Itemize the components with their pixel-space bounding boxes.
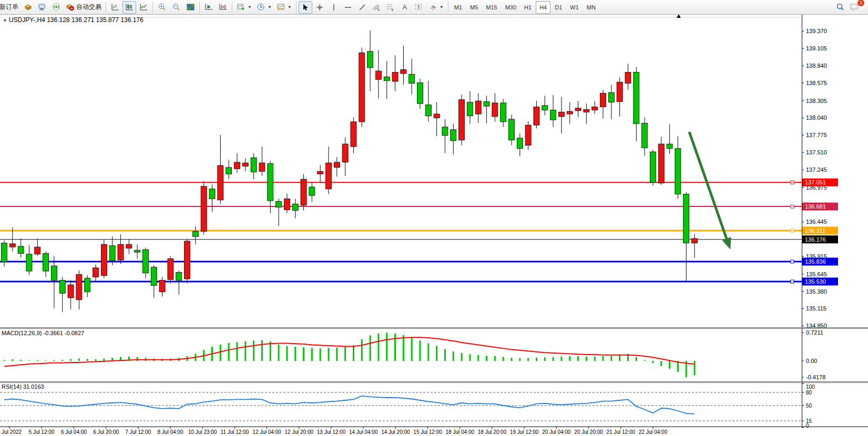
tile-windows-button[interactable] bbox=[183, 1, 197, 14]
price-tick-label: 135.645 bbox=[806, 271, 827, 277]
candle-body bbox=[392, 72, 398, 81]
timeframe-button-h4[interactable]: H4 bbox=[536, 1, 550, 14]
price-tick-label: 137.510 bbox=[806, 149, 827, 155]
channel-tool-button[interactable]: E bbox=[370, 1, 383, 14]
timeframe-button-h1[interactable]: H1 bbox=[520, 1, 535, 14]
candle-body bbox=[600, 93, 606, 107]
timeframe-button-mn[interactable]: MN bbox=[583, 1, 599, 14]
zoom-out-button[interactable] bbox=[169, 1, 183, 14]
fibonacci-tool-button[interactable]: F bbox=[384, 1, 397, 14]
search-button[interactable] bbox=[833, 1, 847, 14]
auto-trading-button[interactable]: 自动交易 bbox=[64, 1, 104, 14]
separator bbox=[232, 2, 232, 13]
price-tick-label: 138.305 bbox=[806, 98, 827, 104]
line-chart-button[interactable] bbox=[137, 1, 150, 14]
timeframe-button-m15[interactable]: M15 bbox=[482, 1, 501, 14]
auto-scroll-icon bbox=[205, 3, 213, 12]
time-label: 22 Jul 04:00 bbox=[639, 429, 668, 435]
price-line-handle[interactable] bbox=[791, 181, 794, 184]
separator bbox=[296, 2, 297, 13]
timeframe-button-m30[interactable]: M30 bbox=[502, 1, 520, 14]
chart-canvas[interactable]: 139.370139.105138.840138.575138.305138.0… bbox=[0, 0, 868, 436]
candle-body bbox=[375, 71, 381, 79]
dropdown-caret: ▼ bbox=[248, 5, 252, 9]
indicators-button[interactable]: ▼ bbox=[234, 1, 254, 14]
horizontal-line-tool-button[interactable] bbox=[341, 1, 355, 14]
candle-body bbox=[617, 82, 622, 101]
candle-body bbox=[667, 144, 672, 149]
periods-button[interactable]: ▼ bbox=[254, 1, 274, 14]
candle-body bbox=[101, 244, 107, 276]
price-tick-label: 139.370 bbox=[806, 28, 827, 34]
candle-body bbox=[2, 243, 7, 262]
chart-title-text: USDJPY-,H4 136.128 136.271 135.877 136.1… bbox=[9, 16, 144, 24]
templates-button[interactable]: ▼ bbox=[274, 1, 294, 14]
notifications-button[interactable]: 1 bbox=[847, 1, 862, 14]
candle-body bbox=[126, 244, 132, 248]
zoom-in-button[interactable] bbox=[155, 1, 169, 14]
candle-body bbox=[675, 149, 681, 194]
chart-shift-button[interactable] bbox=[216, 1, 230, 14]
chart-title: ▼USDJPY-,H4 136.128 136.271 135.877 136.… bbox=[3, 16, 144, 24]
candle-body bbox=[242, 163, 248, 166]
cursor-tool-button[interactable] bbox=[299, 1, 312, 14]
chart-background[interactable] bbox=[0, 15, 868, 436]
svg-text:F: F bbox=[392, 8, 394, 12]
separator bbox=[199, 2, 200, 13]
arrows-tool-button[interactable]: ▼ bbox=[426, 1, 446, 14]
terminal-button[interactable] bbox=[35, 1, 49, 14]
candlestick-icon bbox=[125, 3, 134, 12]
bar-chart-button[interactable] bbox=[108, 1, 122, 14]
candle-body bbox=[151, 267, 157, 286]
candle-body bbox=[76, 274, 82, 299]
text-tool-button[interactable]: A bbox=[398, 1, 412, 14]
vertical-line-tool-button[interactable] bbox=[327, 1, 341, 14]
crosshair-tool-button[interactable] bbox=[313, 1, 326, 14]
candle-body bbox=[9, 244, 15, 247]
timeframe-button-d1[interactable]: D1 bbox=[551, 1, 566, 14]
candle-body bbox=[234, 162, 240, 169]
gold-box-icon bbox=[24, 3, 33, 12]
auto-scroll-button[interactable] bbox=[202, 1, 216, 14]
macd-axis-label: 0.7211 bbox=[806, 329, 823, 336]
price-line-handle[interactable] bbox=[791, 260, 794, 263]
candle-body bbox=[550, 110, 556, 120]
signals-button[interactable] bbox=[49, 1, 63, 14]
rsi-axis-label: 50 bbox=[806, 403, 812, 409]
price-tag-label: 136.176 bbox=[805, 236, 826, 243]
candle-body bbox=[359, 53, 365, 122]
auto-trading-icon bbox=[66, 3, 75, 12]
candle-body bbox=[292, 204, 298, 210]
time-label: 18 Jul 04:00 bbox=[446, 429, 475, 435]
price-tick-label: 137.245 bbox=[806, 167, 827, 173]
market-watch-button[interactable] bbox=[21, 1, 35, 14]
zoom-out-icon bbox=[172, 3, 181, 12]
price-tick-label: 138.040 bbox=[806, 115, 827, 121]
rsi-axis-label: 0 bbox=[806, 423, 809, 429]
trendline-tool-button[interactable] bbox=[355, 1, 369, 14]
price-line-handle[interactable] bbox=[791, 205, 794, 208]
price-tag-label: 137.051 bbox=[805, 179, 826, 185]
candle-body bbox=[592, 107, 598, 110]
time-label: 6 Jul 20:00 bbox=[93, 429, 119, 435]
price-line-handle[interactable] bbox=[791, 229, 794, 232]
timeframe-button-m5[interactable]: M5 bbox=[466, 1, 482, 14]
candle-body bbox=[509, 119, 515, 140]
price-line-handle[interactable] bbox=[791, 280, 794, 283]
candle-body bbox=[276, 201, 282, 207]
separator bbox=[106, 2, 106, 13]
candle-body bbox=[567, 111, 573, 114]
candle-body bbox=[334, 162, 340, 168]
label-tool-button[interactable]: T bbox=[412, 1, 426, 14]
candlestick-chart-button[interactable] bbox=[122, 1, 136, 14]
timeframe-button-m1[interactable]: M1 bbox=[451, 1, 466, 14]
rsi-label: RSI(14) 31.0163 bbox=[2, 383, 44, 390]
new-order-button[interactable]: 新订单 bbox=[0, 1, 21, 14]
candle-body bbox=[159, 280, 165, 292]
price-tick-label: 137.775 bbox=[806, 132, 827, 138]
search-icon bbox=[835, 3, 845, 12]
separator bbox=[448, 2, 448, 13]
candle-body bbox=[192, 231, 198, 236]
chart-menu-caret[interactable]: ▼ bbox=[3, 18, 7, 23]
timeframe-button-w1[interactable]: W1 bbox=[566, 1, 583, 14]
